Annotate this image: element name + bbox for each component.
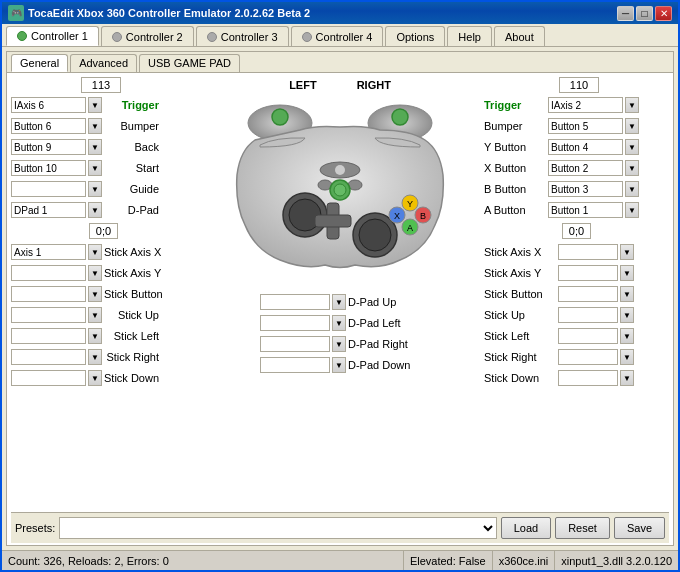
left-start-input[interactable]: Button 10 [11,160,86,176]
dpad-down-arrow[interactable]: ▼ [332,357,346,373]
left-trigger-input[interactable]: IAxis 6 [11,97,86,113]
left-stick-axis-x-input[interactable]: Axis 1 [11,244,86,260]
controller-image-area: Y B X A [225,95,455,290]
left-stick-axis-y-arrow[interactable]: ▼ [88,265,102,281]
left-coord-container: 0;0 [11,223,196,239]
dpad-right-input[interactable] [260,336,330,352]
left-stick-up-input[interactable] [11,307,86,323]
left-bumper-row: Button 6 ▼ Bumper [11,116,196,136]
left-stick-up-arrow[interactable]: ▼ [88,307,102,323]
right-stick-btn-input[interactable] [558,286,618,302]
left-guide-input[interactable] [11,181,86,197]
controller-3-tab[interactable]: Controller 3 [196,26,289,46]
right-a-input[interactable]: Button 1 [548,202,623,218]
right-trigger-arrow[interactable]: ▼ [625,97,639,113]
left-stick-axis-y-row: ▼ Stick Axis Y [11,263,196,283]
maximize-button[interactable]: □ [636,6,653,21]
right-y-input[interactable]: Button 4 [548,139,623,155]
right-stick-down-input[interactable] [558,370,618,386]
right-x-row: X Button Button 2 ▼ [484,158,669,178]
left-trigger-row: IAxis 6 ▼ Trigger [11,95,196,115]
dpad-right-row: ▼ D-Pad Right [196,334,484,354]
dpad-down-input[interactable] [260,357,330,373]
center-column: Y B X A [196,95,484,512]
left-back-input[interactable]: Button 9 [11,139,86,155]
left-stick-btn-label: Stick Button [104,288,166,300]
controller-1-indicator [17,31,27,41]
status-count: Count: 326, Reloads: 2, Errors: 0 [2,551,404,570]
left-stick-btn-arrow[interactable]: ▼ [88,286,102,302]
right-stick-right-row: Stick Right ▼ [484,347,669,367]
left-back-label: Back [104,141,162,153]
right-stick-left-input[interactable] [558,328,618,344]
left-stick-down-arrow[interactable]: ▼ [88,370,102,386]
left-stick-axis-y-input[interactable] [11,265,86,281]
right-bumper-row: Bumper Button 5 ▼ [484,116,669,136]
dpad-left-input[interactable] [260,315,330,331]
left-stick-down-row: ▼ Stick Down [11,368,196,388]
right-stick-axis-x-input[interactable] [558,244,618,260]
dpad-up-arrow[interactable]: ▼ [332,294,346,310]
dpad-down-row: ▼ D-Pad Down [196,355,484,375]
minimize-button[interactable]: ─ [617,6,634,21]
right-stick-left-arrow[interactable]: ▼ [620,328,634,344]
right-stick-up-arrow[interactable]: ▼ [620,307,634,323]
load-button[interactable]: Load [501,517,551,539]
dpad-left-arrow[interactable]: ▼ [332,315,346,331]
close-button[interactable]: ✕ [655,6,672,21]
right-trigger-input[interactable]: IAxis 2 [548,97,623,113]
save-button[interactable]: Save [614,517,665,539]
right-stick-up-input[interactable] [558,307,618,323]
right-bumper-arrow[interactable]: ▼ [625,118,639,134]
help-tab[interactable]: Help [447,26,492,46]
right-x-input[interactable]: Button 2 [548,160,623,176]
status-dll-file: xinput1_3.dll 3.2.0.120 [555,551,678,570]
left-back-arrow[interactable]: ▼ [88,139,102,155]
general-tab[interactable]: General [11,54,68,72]
right-stick-right-input[interactable] [558,349,618,365]
left-bumper-arrow[interactable]: ▼ [88,118,102,134]
left-stick-left-input[interactable] [11,328,86,344]
left-stick-axis-x-arrow[interactable]: ▼ [88,244,102,260]
controller-1-tab[interactable]: Controller 1 [6,26,99,46]
right-b-input[interactable]: Button 3 [548,181,623,197]
right-b-arrow[interactable]: ▼ [625,181,639,197]
right-stick-right-arrow[interactable]: ▼ [620,349,634,365]
left-bumper-label: Bumper [104,120,162,132]
left-stick-left-arrow[interactable]: ▼ [88,328,102,344]
usb-gamepad-tab[interactable]: USB GAME PAD [139,54,240,72]
svg-text:Y: Y [407,199,413,209]
left-dpad-arrow[interactable]: ▼ [88,202,102,218]
left-start-arrow[interactable]: ▼ [88,160,102,176]
options-tab[interactable]: Options [385,26,445,46]
controller-2-tab[interactable]: Controller 2 [101,26,194,46]
left-trigger-arrow[interactable]: ▼ [88,97,102,113]
left-stick-right-row: ▼ Stick Right [11,347,196,367]
left-stick-down-input[interactable] [11,370,86,386]
left-dpad-input[interactable]: DPad 1 [11,202,86,218]
controller-4-tab[interactable]: Controller 4 [291,26,384,46]
advanced-tab[interactable]: Advanced [70,54,137,72]
right-stick-btn-arrow[interactable]: ▼ [620,286,634,302]
about-tab[interactable]: About [494,26,545,46]
svg-text:X: X [394,211,400,221]
left-bumper-input[interactable]: Button 6 [11,118,86,134]
left-stick-right-input[interactable] [11,349,86,365]
right-a-row: A Button Button 1 ▼ [484,200,669,220]
left-stick-right-arrow[interactable]: ▼ [88,349,102,365]
right-stick-down-arrow[interactable]: ▼ [620,370,634,386]
right-stick-axis-y-input[interactable] [558,265,618,281]
right-bumper-input[interactable]: Button 5 [548,118,623,134]
right-a-arrow[interactable]: ▼ [625,202,639,218]
right-y-arrow[interactable]: ▼ [625,139,639,155]
left-stick-btn-row: ▼ Stick Button [11,284,196,304]
right-x-arrow[interactable]: ▼ [625,160,639,176]
dpad-right-arrow[interactable]: ▼ [332,336,346,352]
left-stick-btn-input[interactable] [11,286,86,302]
right-stick-axis-x-arrow[interactable]: ▼ [620,244,634,260]
presets-dropdown[interactable] [59,517,496,539]
dpad-up-input[interactable] [260,294,330,310]
right-stick-axis-y-arrow[interactable]: ▼ [620,265,634,281]
reset-button[interactable]: Reset [555,517,610,539]
left-guide-arrow[interactable]: ▼ [88,181,102,197]
